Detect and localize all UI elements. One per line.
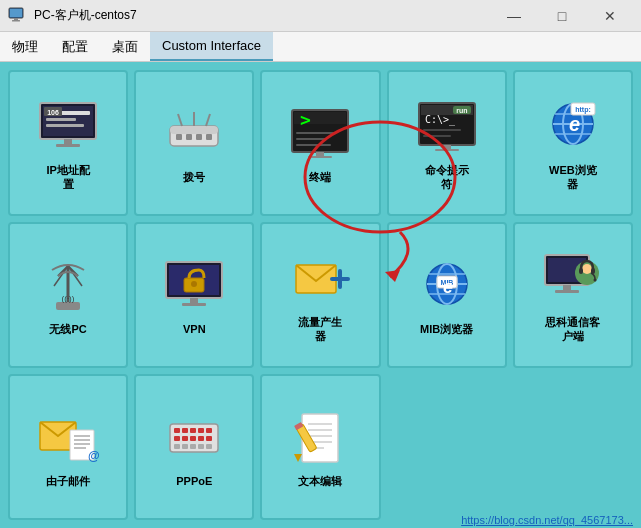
ip-config-icon: 106 bbox=[36, 95, 100, 159]
svg-rect-15 bbox=[176, 134, 182, 140]
app-wireless[interactable]: ((·)) 无线PC bbox=[8, 222, 128, 368]
svg-rect-91 bbox=[198, 428, 204, 433]
terminal-label: 终端 bbox=[309, 170, 331, 184]
svg-rect-79 bbox=[555, 290, 579, 293]
svg-rect-26 bbox=[296, 138, 326, 140]
menu-item-config[interactable]: 配置 bbox=[50, 32, 100, 61]
svg-rect-59 bbox=[182, 303, 206, 306]
svg-rect-88 bbox=[174, 428, 180, 433]
app-traffic[interactable]: 流量产生器 bbox=[260, 222, 380, 368]
svg-text:>: > bbox=[300, 109, 311, 130]
traffic-icon bbox=[288, 247, 352, 311]
app-mib[interactable]: MIB e MIB浏览器 bbox=[387, 222, 507, 368]
cisco-label: 思科通信客户端 bbox=[545, 315, 600, 344]
mib-label: MIB浏览器 bbox=[420, 322, 473, 336]
svg-text:@: @ bbox=[88, 449, 100, 463]
svg-rect-27 bbox=[296, 144, 331, 146]
svg-point-57 bbox=[191, 281, 197, 287]
texteditor-icon bbox=[288, 406, 352, 470]
svg-rect-94 bbox=[182, 436, 188, 441]
cmd-icon: run C:\>_ bbox=[415, 95, 479, 159]
svg-rect-29 bbox=[308, 156, 332, 158]
mib-icon: MIB e bbox=[415, 254, 479, 318]
svg-rect-25 bbox=[296, 132, 336, 134]
svg-rect-95 bbox=[190, 436, 196, 441]
app-web-browser[interactable]: http: e WEB浏览器 bbox=[513, 70, 633, 216]
svg-rect-7 bbox=[46, 118, 76, 121]
app-email[interactable]: @ 由子邮件 bbox=[8, 374, 128, 520]
web-browser-icon: http: e bbox=[541, 95, 605, 159]
svg-rect-12 bbox=[56, 144, 80, 147]
svg-rect-100 bbox=[190, 444, 196, 449]
menu-item-physical[interactable]: 物理 bbox=[0, 32, 50, 61]
svg-rect-90 bbox=[190, 428, 196, 433]
svg-rect-36 bbox=[423, 135, 451, 137]
app-cmd[interactable]: run C:\>_ 命令提示符 bbox=[387, 70, 507, 216]
svg-rect-78 bbox=[563, 285, 571, 290]
svg-rect-37 bbox=[443, 145, 451, 149]
svg-text:106: 106 bbox=[47, 109, 59, 116]
svg-rect-101 bbox=[198, 444, 204, 449]
vpn-label: VPN bbox=[183, 322, 206, 336]
app-ip-config[interactable]: 106 IP地址配置 bbox=[8, 70, 128, 216]
pppoe-icon bbox=[162, 406, 226, 470]
close-button[interactable]: ✕ bbox=[587, 2, 633, 30]
texteditor-label: 文本编辑 bbox=[298, 474, 342, 488]
svg-rect-35 bbox=[423, 129, 461, 131]
app-dialup[interactable]: 拨号 bbox=[134, 70, 254, 216]
cmd-label: 命令提示符 bbox=[425, 163, 469, 192]
app-vpn[interactable]: VPN bbox=[134, 222, 254, 368]
svg-rect-8 bbox=[46, 124, 84, 127]
svg-text:run: run bbox=[456, 107, 467, 114]
app-texteditor[interactable]: 文本编辑 bbox=[260, 374, 380, 520]
app-cisco[interactable]: 思科通信客户端 bbox=[513, 222, 633, 368]
svg-text:e: e bbox=[569, 113, 580, 135]
wireless-label: 无线PC bbox=[49, 322, 86, 336]
svg-rect-3 bbox=[12, 20, 20, 22]
menu-bar: 物理 配置 桌面 Custom Interface bbox=[0, 32, 641, 62]
dialup-icon bbox=[162, 102, 226, 166]
svg-rect-16 bbox=[186, 134, 192, 140]
svg-text:C:\>_: C:\>_ bbox=[425, 114, 456, 126]
svg-text:((·)): ((·)) bbox=[62, 294, 75, 303]
svg-rect-1 bbox=[10, 9, 22, 17]
window-title: PC-客户机-centos7 bbox=[34, 7, 491, 24]
traffic-label: 流量产生器 bbox=[298, 315, 342, 344]
email-label: 由子邮件 bbox=[46, 474, 90, 488]
status-url: https://blog.csdn.net/qq_4567173... bbox=[461, 514, 633, 526]
svg-rect-93 bbox=[174, 436, 180, 441]
svg-point-77 bbox=[593, 278, 596, 281]
svg-rect-58 bbox=[190, 298, 198, 303]
main-content: 106 IP地址配置 bbox=[0, 62, 641, 528]
svg-rect-89 bbox=[182, 428, 188, 433]
menu-item-desktop[interactable]: 桌面 bbox=[100, 32, 150, 61]
menu-item-custom[interactable]: Custom Interface bbox=[150, 32, 273, 61]
app-icon-title bbox=[8, 6, 28, 26]
svg-text:e: e bbox=[443, 277, 453, 297]
app-pppoe[interactable]: PPPoE bbox=[134, 374, 254, 520]
svg-rect-2 bbox=[14, 18, 18, 20]
svg-rect-97 bbox=[206, 436, 212, 441]
email-icon: @ bbox=[36, 406, 100, 470]
status-bar: https://blog.csdn.net/qq_4567173... bbox=[461, 514, 633, 526]
svg-line-21 bbox=[206, 114, 210, 126]
svg-rect-98 bbox=[174, 444, 180, 449]
title-bar: PC-客户机-centos7 — □ ✕ bbox=[0, 0, 641, 32]
terminal-icon: > bbox=[288, 102, 352, 166]
window-controls: — □ ✕ bbox=[491, 2, 633, 30]
ip-config-label: IP地址配置 bbox=[46, 163, 89, 192]
app-terminal[interactable]: > 终端 bbox=[260, 70, 380, 216]
svg-line-50 bbox=[54, 266, 68, 286]
dialup-label: 拨号 bbox=[183, 170, 205, 184]
vpn-icon bbox=[162, 254, 226, 318]
maximize-button[interactable]: □ bbox=[539, 2, 585, 30]
pppoe-label: PPPoE bbox=[176, 474, 212, 488]
svg-rect-17 bbox=[196, 134, 202, 140]
svg-rect-92 bbox=[206, 428, 212, 433]
svg-line-51 bbox=[68, 266, 82, 286]
minimize-button[interactable]: — bbox=[491, 2, 537, 30]
svg-rect-11 bbox=[64, 139, 72, 144]
svg-rect-96 bbox=[198, 436, 204, 441]
cisco-icon bbox=[541, 247, 605, 311]
svg-marker-110 bbox=[294, 454, 302, 462]
